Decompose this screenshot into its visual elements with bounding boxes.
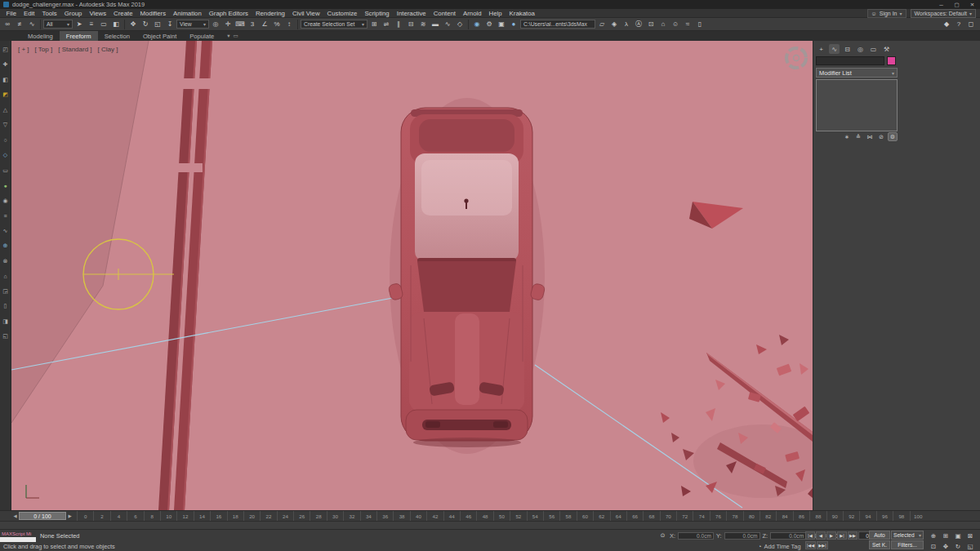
arnold-icon[interactable]: Ⓐ [633,19,644,29]
display-tab-icon[interactable]: ▭ [868,44,879,54]
object-name-field[interactable] [816,56,884,65]
modifier-list-dropdown[interactable]: Modifier List [816,68,898,78]
zoom-icon[interactable]: ⊕ [928,531,939,540]
angle-snap-icon[interactable]: ∠ [259,19,270,29]
pan-icon[interactable]: ✥ [940,541,951,551]
menu-item[interactable]: Interactive [393,9,430,17]
ribbon-tab[interactable]: Freeform [60,31,98,41]
schematic-view-icon[interactable]: ◇ [454,19,466,29]
minimize-button[interactable]: ─ [933,0,949,9]
toggle-ribbon-icon[interactable]: ▬ [430,19,441,29]
side-toolbar-icon[interactable]: ✚ [1,60,10,69]
previous-frame-icon[interactable]: ◀ [816,531,826,540]
side-toolbar-icon[interactable]: ◰ [1,45,10,54]
menu-item[interactable]: Group [60,9,86,17]
side-toolbar-icon[interactable]: ◱ [1,332,10,341]
object-color-swatch[interactable] [887,56,896,65]
ribbon-tab[interactable]: Populate [183,31,220,41]
select-and-scale-icon[interactable]: ◱ [152,19,163,29]
snaps-toggle-icon[interactable]: 3 [247,19,258,29]
show-end-result-icon[interactable]: ≙ [853,132,863,141]
maxscript-listener-row[interactable] [0,537,36,542]
side-toolbar-icon[interactable]: ▯ [1,302,10,311]
ribbon-tab[interactable]: Selection [98,31,136,41]
curve-editor-icon[interactable]: ∿ [442,19,453,29]
time-ruler[interactable]: 0246810121416182022242628303234363840424… [77,511,926,521]
cloth-fx-icon[interactable]: ▯ [694,19,706,29]
maximize-button[interactable]: ▢ [949,0,964,9]
side-toolbar-icon[interactable]: ● [1,181,10,190]
reference-coordinate-dropdown[interactable]: View [176,20,209,29]
viewport-pov-menu[interactable]: [ Top ] [35,46,53,53]
side-toolbar-icon[interactable]: ⊕ [1,242,10,251]
project-folder-field[interactable]: C:\Users\al...ents\3dsMax [520,20,595,29]
go-to-end-icon[interactable]: ▶▶ [848,531,858,540]
next-frame-icon[interactable]: ▶| [837,531,847,540]
rendered-frame-window-icon[interactable]: ▣ [496,19,507,29]
sign-in-button[interactable]: ☺ Sign In [867,9,906,18]
viewport[interactable]: [ + ][ Top ][ Standard ][ Clay ] [11,41,813,510]
motion-tab-icon[interactable]: ◎ [855,44,866,54]
render-setup-icon[interactable]: ⚙ [483,19,495,29]
previous-frame-arrow[interactable]: ◀ [11,511,19,521]
y-coordinate-field[interactable]: 0.0cm [724,532,760,540]
side-toolbar-icon[interactable]: ○ [1,136,10,144]
mirror-icon[interactable]: ⇌ [381,19,392,29]
viewport-scene[interactable] [11,41,813,510]
viewport-shading-menu[interactable]: [ Clay ] [98,46,118,53]
play-icon[interactable]: ▶ [826,531,836,540]
render-production-icon[interactable]: ● [508,19,519,29]
side-toolbar-icon[interactable]: ∿ [1,226,10,235]
time-slider[interactable]: 0 / 100 [19,512,66,520]
align-icon[interactable]: ∥ [393,19,404,29]
selection-filter-dropdown[interactable]: All [43,20,73,29]
side-toolbar-icon[interactable]: ⌂ [1,272,10,281]
make-unique-icon[interactable]: ⋈ [865,132,875,141]
use-pivot-point-icon[interactable]: ◎ [210,19,221,29]
menu-item[interactable]: Help [485,9,506,17]
percent-snap-icon[interactable]: % [271,19,283,29]
side-toolbar-icon[interactable]: △ [1,105,10,114]
key-selection-dropdown[interactable]: Selected [891,531,924,540]
side-toolbar-icon[interactable]: ◧ [1,75,10,84]
maxscript-macro-row[interactable]: MAXScript Mi [0,531,36,537]
hair-fx-icon[interactable]: ≈ [682,19,693,29]
state-sets-icon[interactable]: ⊡ [645,19,657,29]
maxscript-mini-listener[interactable]: MAXScript Mi [0,531,36,542]
ribbon-tab[interactable]: Object Paint [136,31,183,41]
edit-named-selection-sets-icon[interactable]: ⊞ [368,19,380,29]
select-and-rotate-icon[interactable]: ↻ [140,19,151,29]
menu-item[interactable]: Animation [170,9,206,17]
x-coordinate-field[interactable]: 0.0cm [678,532,714,540]
zoom-extents-icon[interactable]: ▣ [952,531,964,540]
bind-to-space-warp-icon[interactable]: ∿ [26,19,38,29]
named-selection-sets-field[interactable]: Create Selection Set [301,20,368,29]
menu-item[interactable]: Tools [38,9,60,17]
substance-icon[interactable]: ◈ [608,19,620,29]
zoom-region-icon[interactable]: ⊡ [928,541,939,551]
orbit-icon[interactable]: ↻ [952,541,964,551]
menu-item[interactable]: Civil View [288,9,323,17]
create-tab-icon[interactable]: + [816,44,826,54]
material-editor-icon[interactable]: ◉ [471,19,483,29]
select-by-name-icon[interactable]: ≡ [86,19,97,29]
menu-item[interactable]: Arnold [460,9,486,17]
viewport-preset-menu[interactable]: [ Standard ] [58,46,91,53]
select-object-icon[interactable]: ➤ [74,19,85,29]
auto-key-button[interactable]: Auto [869,531,890,540]
select-and-link-icon[interactable]: ∞ [2,19,13,29]
toggle-scene-explorer-icon[interactable]: ⊟ [405,19,416,29]
configure-modifier-sets-icon[interactable]: ⚙ [888,132,898,141]
ribbon-float-icon[interactable]: ▭ [234,33,238,39]
select-and-place-icon[interactable]: ↧ [164,19,176,29]
add-time-tag[interactable]: ◔ Add Time Tag [758,543,801,550]
menu-item[interactable]: Scripting [361,9,393,17]
menu-item[interactable]: Modifiers [136,9,170,17]
ribbon-show-panels-icon[interactable]: ▾ [227,33,229,39]
next-key-icon[interactable]: ▶▶| [817,541,827,549]
key-filters-button[interactable]: Filters... [891,540,924,549]
open-folder-icon[interactable]: ▱ [596,19,608,29]
close-button[interactable]: ✕ [964,0,980,9]
menu-item[interactable]: Krakatoa [506,9,538,17]
side-toolbar-icon[interactable]: ▽ [1,121,10,130]
